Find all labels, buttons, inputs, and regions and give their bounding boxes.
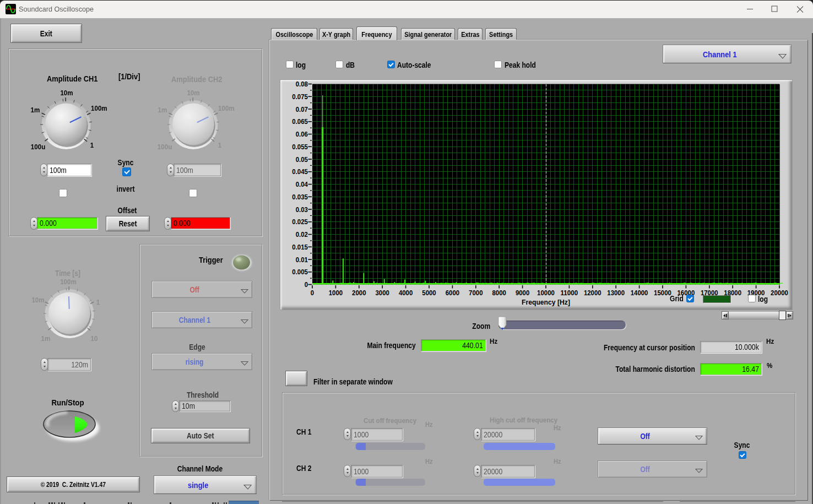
svg-text:0.04: 0.04	[296, 180, 308, 188]
svg-text:0: 0	[311, 289, 314, 297]
svg-text:0.025: 0.025	[292, 218, 308, 226]
svg-text:0.07: 0.07	[296, 105, 308, 113]
svg-text:15000: 15000	[654, 289, 671, 297]
svg-text:Frequency [Hz]: Frequency [Hz]	[522, 298, 570, 306]
svg-text:8000: 8000	[492, 289, 506, 297]
svg-text:7000: 7000	[469, 289, 483, 297]
svg-text:13000: 13000	[607, 289, 625, 297]
svg-text:0.055: 0.055	[292, 143, 308, 151]
svg-text:0.08: 0.08	[296, 80, 308, 88]
svg-text:12000: 12000	[584, 289, 601, 297]
svg-text:14000: 14000	[631, 289, 648, 297]
svg-text:2000: 2000	[352, 289, 366, 297]
svg-text:0.075: 0.075	[292, 93, 308, 101]
svg-text:0.015: 0.015	[292, 243, 308, 251]
svg-text:6000: 6000	[446, 289, 459, 297]
svg-text:20000: 20000	[771, 289, 788, 297]
svg-text:1000: 1000	[329, 289, 343, 297]
svg-text:0.02: 0.02	[296, 230, 308, 239]
svg-text:4000: 4000	[399, 289, 413, 297]
svg-text:10000: 10000	[537, 289, 555, 297]
svg-text:3000: 3000	[376, 289, 389, 297]
svg-text:0.035: 0.035	[292, 193, 308, 201]
svg-text:0: 0	[305, 280, 308, 289]
svg-text:5000: 5000	[422, 289, 436, 297]
svg-text:0.05: 0.05	[296, 155, 308, 164]
svg-text:9000: 9000	[516, 289, 529, 297]
svg-text:0.065: 0.065	[292, 117, 308, 126]
svg-text:0.005: 0.005	[292, 268, 308, 276]
svg-text:0.01: 0.01	[296, 256, 308, 264]
svg-text:0.045: 0.045	[292, 167, 308, 176]
svg-text:0.03: 0.03	[296, 205, 308, 214]
svg-text:0.06: 0.06	[296, 130, 308, 138]
svg-text:11000: 11000	[561, 289, 578, 297]
